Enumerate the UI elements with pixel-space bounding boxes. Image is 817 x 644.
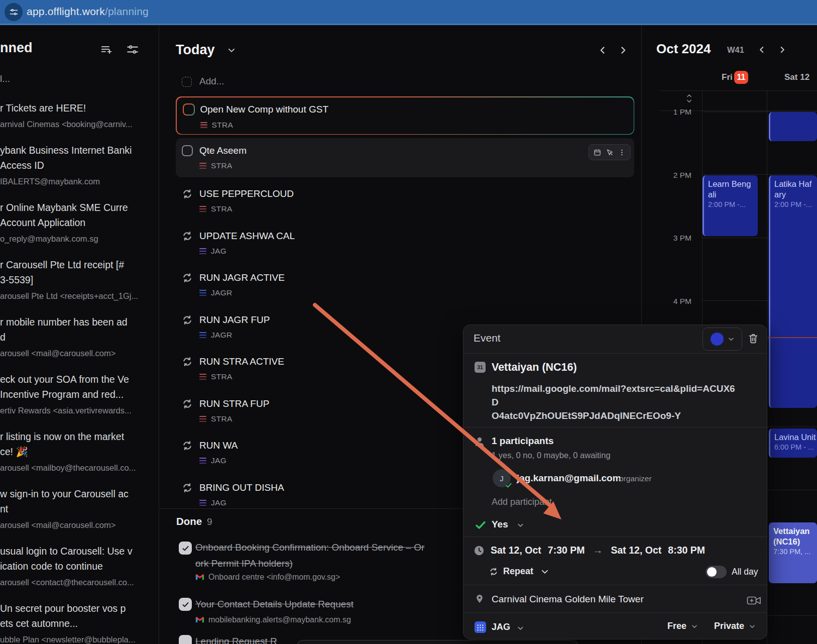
more-options-icon[interactable] (618, 148, 626, 157)
task-title: RUN STRA FUP (199, 397, 269, 410)
next-week-button[interactable] (778, 45, 787, 54)
done-checkbox[interactable] (179, 598, 192, 611)
recurring-icon[interactable] (182, 482, 193, 493)
email-title-line2: ce! 🎉 (0, 444, 151, 459)
list-item[interactable]: ybank Business Internet BankiAccess IDIB… (0, 143, 151, 188)
done-title[interactable]: Onboard Booking Confirmation: Onboard Se… (195, 540, 424, 555)
availability-select[interactable]: Free (667, 621, 686, 631)
sidebar-divider (159, 25, 159, 644)
event-description-url[interactable]: https://mail.google.com/mail?extsrc=cal&… (492, 382, 736, 422)
task-checkbox[interactable] (183, 103, 195, 116)
end-date[interactable]: Sat 12, Oct (611, 545, 662, 556)
done-title[interactable]: Lending Request R (195, 634, 277, 644)
calendar-month[interactable]: Oct 2024 (656, 41, 711, 57)
task-row[interactable]: RUN JAGR ACTIVE JAGR (176, 261, 634, 303)
done-checkbox[interactable] (179, 542, 192, 555)
start-time[interactable]: 7:30 PM (548, 545, 585, 556)
task-title: RUN STRA ACTIVE (199, 355, 284, 368)
end-time[interactable]: 8:30 PM (668, 545, 705, 556)
email-title: r mobile number has been ad (0, 314, 151, 330)
prev-week-button[interactable] (757, 45, 766, 54)
current-time-indicator (768, 337, 817, 338)
done-header[interactable]: Done (176, 515, 202, 527)
calendar-event-selected[interactable]: Vettaiyan (NC16) 7:30 PM, ... (769, 522, 817, 583)
calendar-event[interactable]: Learn Bengali 2:00 PM -... (703, 175, 758, 236)
done-title-line2[interactable]: ork Permit IPA holders) (195, 556, 293, 571)
day-header-fri[interactable]: Fri (722, 72, 733, 82)
chevron-down-icon[interactable] (691, 623, 698, 630)
list-item[interactable]: r Carousell Pte Ltd receipt [#3-5539]aro… (0, 257, 151, 302)
list-item[interactable]: r Tickets are HERE!arnival Cinemas <book… (0, 100, 151, 131)
list-item[interactable]: eck out your SOA from the VeIncentive Pr… (0, 372, 151, 417)
recurring-icon[interactable] (182, 398, 193, 409)
task-checkbox[interactable] (182, 145, 193, 156)
url-host: app.offlight.work (27, 6, 105, 17)
calendar-event[interactable]: Latika Hafary 2:00 PM -... (769, 175, 817, 408)
calendar-select[interactable]: JAG (492, 622, 510, 632)
chevron-down-icon[interactable] (749, 623, 756, 630)
done-checkbox[interactable] (179, 635, 192, 644)
done-title[interactable]: Your Contact Details Update Request (195, 597, 354, 612)
day-header-sat[interactable]: Sat 12 (784, 72, 809, 82)
list-item[interactable]: r listing is now on the marketce! 🎉arous… (0, 429, 151, 474)
event-time-range[interactable]: Sat 12, Oct 7:30 PM → Sat 12, Oct 8:30 P… (491, 545, 705, 556)
task-card-selected[interactable]: Open New Comp without GST STRA (176, 96, 634, 135)
view-title[interactable]: Today (176, 42, 215, 58)
organizer-avatar: J (493, 469, 511, 487)
list-item[interactable]: usual login to Carousell: Use vication c… (0, 544, 151, 589)
task-label: STRA (199, 204, 232, 213)
add-participant-button[interactable]: Add participant (492, 497, 552, 507)
event-location[interactable]: Carnival Cinema Golden Mile Tower (492, 594, 644, 605)
recurring-icon[interactable] (182, 440, 193, 451)
recurring-icon[interactable] (182, 272, 193, 283)
sidebar-filter-partial[interactable]: l... (0, 73, 10, 84)
today-date-badge[interactable]: 11 (734, 71, 748, 84)
recurring-icon[interactable] (182, 314, 193, 326)
add-task-checkbox[interactable] (182, 77, 192, 87)
event-color-picker[interactable] (703, 328, 742, 351)
browser-app-button[interactable] (5, 3, 23, 21)
address-url[interactable]: app.offlight.work/planning (27, 6, 149, 18)
task-label: STRA (199, 414, 232, 423)
chevron-down-icon[interactable] (517, 521, 524, 529)
email-title: r Online Maybank SME Curre (0, 200, 151, 215)
calendar-event[interactable]: Lavina Unit 6:00 PM - ... (769, 428, 817, 458)
task-label: STRA (199, 372, 232, 381)
recurring-icon[interactable] (182, 188, 193, 199)
list-item[interactable]: w sign-in to your Carousell acntarousell… (0, 486, 151, 531)
next-day-button[interactable] (618, 45, 628, 55)
add-to-list-button[interactable] (100, 43, 113, 56)
open-icon[interactable] (606, 148, 614, 157)
organizer-email: jag.karnan@gmail.com (517, 473, 621, 484)
recurring-icon[interactable] (182, 356, 193, 367)
rsvp-select[interactable]: Yes (492, 519, 508, 530)
recurring-icon[interactable] (182, 231, 193, 242)
list-item[interactable]: Un secret pour booster vos pets cet auto… (0, 601, 151, 644)
list-item[interactable]: r Online Maybank SME CurreAccount Applic… (0, 200, 151, 245)
task-row[interactable]: UPDATE ASHWA CAL JAG (176, 220, 634, 262)
prev-day-button[interactable] (598, 45, 608, 55)
calendar-event-partial[interactable] (769, 112, 817, 141)
repeat-control[interactable]: Repeat (489, 566, 554, 577)
all-day-toggle[interactable] (706, 566, 727, 578)
schedule-icon[interactable] (593, 148, 602, 157)
check-icon (182, 601, 189, 608)
chevron-down-icon[interactable] (517, 624, 524, 632)
chevron-down-icon[interactable] (227, 46, 236, 55)
task-title: Qte Aseem (199, 144, 247, 157)
task-row[interactable]: USE PEPPERCLOUD STRA (176, 177, 634, 220)
add-video-call-icon[interactable] (747, 595, 762, 606)
calendar-week: W41 (727, 45, 744, 55)
allday-expander[interactable] (686, 93, 692, 104)
delete-event-icon[interactable] (747, 332, 759, 345)
task-title: USE PEPPERCLOUD (199, 187, 294, 200)
start-date[interactable]: Sat 12, Oct (491, 545, 541, 556)
task-row-hovered[interactable]: Qte Aseem STRA (176, 138, 634, 177)
event-title[interactable]: Vettaiyan (NC16) (492, 361, 577, 374)
add-task-field[interactable]: Add... (199, 76, 224, 87)
accepted-badge-icon (505, 482, 512, 489)
list-options-button[interactable] (126, 43, 139, 56)
event-popup: Event 31 Vettaiyan (NC16) https://mail.g… (463, 325, 767, 639)
visibility-select[interactable]: Private (714, 621, 744, 631)
list-item[interactable]: r mobile number has been addarousell <ma… (0, 314, 151, 360)
